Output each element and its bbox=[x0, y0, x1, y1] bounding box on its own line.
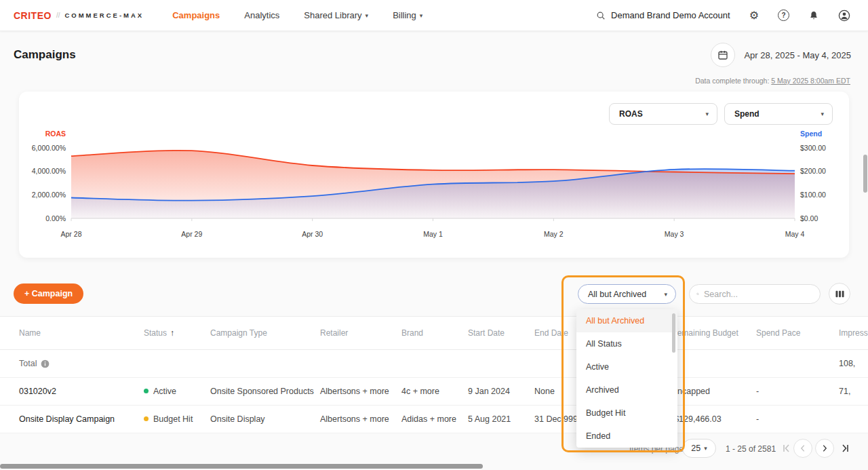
search-icon bbox=[596, 11, 606, 20]
status-label: Budget Hit bbox=[153, 414, 193, 424]
data-complete-note: Data complete through: 5 May 2025 8:00am… bbox=[695, 77, 850, 85]
chevron-down-icon: ▾ bbox=[420, 12, 423, 19]
cell-start-date: 5 Aug 2021 bbox=[468, 414, 511, 424]
status-menu-item[interactable]: All Status bbox=[576, 332, 677, 355]
nav-analytics[interactable]: Analytics bbox=[244, 10, 279, 20]
cell-brand: 4c + more bbox=[401, 387, 439, 396]
status-menu-item[interactable]: Ended bbox=[576, 425, 677, 448]
criteo-logo[interactable]: CRITEO // COMMERCE-MAX bbox=[14, 10, 144, 21]
profile-icon[interactable] bbox=[838, 9, 850, 22]
help-icon[interactable]: ? bbox=[778, 9, 789, 21]
column-header-start-date[interactable]: Start Date bbox=[468, 328, 505, 338]
column-header-spend-pace[interactable]: Spend Pace bbox=[756, 328, 800, 338]
svg-text:Apr 30: Apr 30 bbox=[302, 230, 323, 238]
svg-text:0.00%: 0.00% bbox=[45, 214, 66, 222]
next-page-button[interactable] bbox=[815, 439, 834, 458]
svg-text:May 1: May 1 bbox=[423, 230, 443, 238]
account-switcher[interactable]: Demand Brand Demo Account bbox=[596, 10, 730, 20]
cell-status: Active bbox=[144, 387, 176, 396]
svg-text:2,000.00%: 2,000.00% bbox=[32, 191, 66, 199]
svg-text:$100.00: $100.00 bbox=[800, 191, 826, 199]
column-header-status[interactable]: Status↑ bbox=[144, 328, 174, 338]
calendar-button[interactable] bbox=[711, 43, 735, 67]
date-range-picker[interactable]: Apr 28, 2025 - May 4, 2025 bbox=[711, 43, 851, 67]
nav-campaigns[interactable]: Campaigns bbox=[172, 10, 220, 20]
chevron-left-icon bbox=[798, 444, 808, 453]
nav-label: Billing bbox=[393, 10, 416, 20]
chevron-down-icon: ▾ bbox=[821, 111, 824, 117]
page-title: Campaigns bbox=[14, 48, 76, 62]
top-nav: CRITEO // COMMERCE-MAX Campaigns Analyti… bbox=[0, 0, 868, 31]
cell-retailer: Albertsons + more bbox=[320, 414, 389, 424]
svg-text:Apr 28: Apr 28 bbox=[61, 230, 82, 238]
status-menu-item[interactable]: Active bbox=[576, 355, 677, 378]
table-row[interactable]: Onsite Display CampaignBudget HitOnsite … bbox=[0, 406, 868, 433]
chevron-down-icon: ▾ bbox=[705, 111, 709, 117]
nav-billing[interactable]: Billing▾ bbox=[393, 10, 422, 20]
svg-text:May 3: May 3 bbox=[665, 230, 684, 238]
table-header-row: NameStatus↑Campaign TypeRetailerBrandSta… bbox=[0, 316, 868, 350]
vertical-scrollbar[interactable] bbox=[863, 155, 867, 193]
status-menu-item[interactable]: All but Archived bbox=[576, 309, 677, 332]
column-header-impressions[interactable]: Impressions bbox=[839, 328, 868, 338]
column-header-remaining-budget[interactable]: Remaining Budget bbox=[671, 328, 738, 338]
svg-text:4,000.00%: 4,000.00% bbox=[32, 167, 66, 175]
campaigns-table: NameStatus↑Campaign TypeRetailerBrandSta… bbox=[0, 316, 868, 433]
column-header-brand[interactable]: Brand bbox=[401, 328, 423, 338]
total-label: Total bbox=[19, 359, 37, 368]
left-metric-dropdown[interactable]: ROAS ▾ bbox=[609, 103, 717, 125]
table-row[interactable]: 031020v2ActiveOnsite Sponsored ProductsA… bbox=[0, 378, 868, 406]
last-page-icon bbox=[840, 443, 850, 454]
nav-label: Analytics bbox=[244, 10, 279, 20]
items-per-page-value: 25 bbox=[691, 444, 701, 453]
primary-nav: Campaigns Analytics Shared Library▾ Bill… bbox=[172, 10, 422, 20]
menu-scrollbar[interactable] bbox=[672, 313, 675, 353]
svg-text:$300.00: $300.00 bbox=[800, 144, 826, 152]
status-menu-item[interactable]: Budget Hit bbox=[576, 402, 677, 425]
status-filter-value: All but Archived bbox=[588, 290, 646, 299]
left-metric-value: ROAS bbox=[619, 109, 643, 119]
cell-name[interactable]: Onsite Display Campaign bbox=[19, 414, 115, 424]
info-icon[interactable] bbox=[41, 359, 50, 368]
horizontal-scrollbar[interactable] bbox=[0, 464, 483, 469]
gear-icon[interactable]: ⚙ bbox=[749, 10, 759, 21]
chevron-down-icon: ▾ bbox=[704, 445, 707, 452]
last-page-button[interactable] bbox=[835, 439, 854, 458]
right-metric-dropdown[interactable]: Spend ▾ bbox=[724, 103, 833, 125]
chevron-down-icon: ▾ bbox=[366, 12, 369, 19]
search-input[interactable] bbox=[704, 290, 813, 299]
column-header-campaign-type[interactable]: Campaign Type bbox=[210, 328, 267, 338]
cell-name: Total bbox=[19, 359, 50, 368]
cell-retailer: Albertsons + more bbox=[320, 387, 389, 396]
status-filter-menu: All but ArchivedAll StatusActiveArchived… bbox=[576, 309, 677, 448]
svg-text:6,000.00%: 6,000.00% bbox=[32, 144, 66, 152]
add-campaign-button[interactable]: + Campaign bbox=[14, 283, 83, 304]
status-filter-dropdown[interactable]: All but Archived ▾ bbox=[578, 284, 676, 304]
cell-brand: Adidas + more bbox=[401, 414, 456, 424]
logo-separator: // bbox=[56, 12, 60, 19]
svg-text:Apr 29: Apr 29 bbox=[181, 230, 202, 238]
svg-text:May 2: May 2 bbox=[544, 230, 564, 238]
previous-page-button[interactable] bbox=[793, 439, 812, 458]
nav-label: Shared Library bbox=[304, 10, 361, 20]
first-page-icon bbox=[781, 443, 792, 454]
bell-icon[interactable] bbox=[808, 10, 819, 21]
cell-campaign-type: Onsite Sponsored Products bbox=[210, 387, 314, 396]
status-dot-icon bbox=[144, 416, 149, 421]
items-per-page-select[interactable]: 25 ▾ bbox=[682, 439, 716, 458]
data-complete-link[interactable]: 5 May 2025 8:00am EDT bbox=[771, 77, 850, 85]
date-range-value: Apr 28, 2025 - May 4, 2025 bbox=[744, 50, 851, 60]
cell-name[interactable]: 031020v2 bbox=[19, 387, 56, 396]
status-menu-item[interactable]: Archived bbox=[576, 378, 677, 402]
svg-text:Spend: Spend bbox=[800, 130, 822, 138]
column-header-end-date[interactable]: End Date bbox=[534, 328, 568, 338]
column-header-retailer[interactable]: Retailer bbox=[320, 328, 348, 338]
nav-shared-library[interactable]: Shared Library▾ bbox=[304, 10, 368, 20]
column-settings-button[interactable] bbox=[829, 283, 850, 305]
app: CRITEO // COMMERCE-MAX Campaigns Analyti… bbox=[0, 0, 868, 470]
performance-chart-card: ROAS ▾ Spend ▾ 6,000.00%4,000.00%2,000.0… bbox=[19, 92, 849, 258]
sort-asc-icon: ↑ bbox=[170, 328, 174, 338]
table-body: Total108,031020v2ActiveOnsite Sponsored … bbox=[0, 350, 868, 433]
chevron-right-icon bbox=[820, 444, 829, 453]
column-header-name[interactable]: Name bbox=[19, 328, 41, 338]
